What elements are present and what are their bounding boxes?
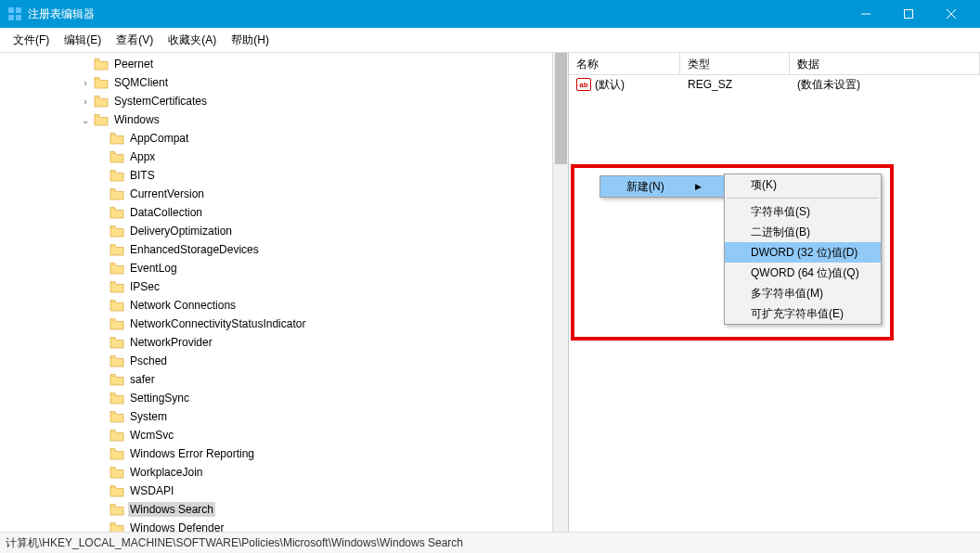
tree-item-label: DataCollection (128, 205, 204, 220)
ctx-separator (727, 198, 879, 199)
ctx-new-key[interactable]: 项(K) (725, 174, 881, 195)
tree-item[interactable]: Network Connections (0, 296, 568, 315)
folder-icon (110, 521, 124, 532)
expander-icon[interactable]: › (79, 96, 92, 107)
menu-help[interactable]: 帮助(H) (224, 29, 277, 52)
folder-icon (110, 225, 124, 238)
col-data[interactable]: 数据 (790, 53, 980, 74)
tree-item-label: IPSec (128, 279, 161, 294)
menu-edit[interactable]: 编辑(E) (57, 29, 109, 52)
tree-item-label: EventLog (128, 261, 179, 276)
expander-icon[interactable]: › (79, 78, 92, 88)
tree-item[interactable]: EnhancedStorageDevices (0, 240, 568, 259)
tree-item[interactable]: WcmSvc (0, 426, 568, 444)
maximize-button[interactable] (887, 0, 930, 28)
tree-scrollbar[interactable] (552, 53, 568, 532)
tree-item[interactable]: Peernet (0, 55, 568, 73)
tree-item[interactable]: ⌄Windows (0, 110, 568, 129)
col-type[interactable]: 类型 (680, 53, 790, 74)
tree-item[interactable]: ›SQMClient (0, 73, 568, 92)
tree-item-label: NetworkConnectivityStatusIndicator (128, 316, 307, 331)
tree-item-label: SettingSync (128, 391, 191, 405)
folder-icon (110, 373, 124, 386)
svg-rect-2 (8, 15, 14, 20)
tree-item-label: safer (128, 372, 157, 387)
ctx-new[interactable]: 新建(N) ▶ (600, 176, 724, 197)
folder-icon (110, 299, 124, 312)
value-type: REG_SZ (680, 78, 790, 91)
tree-item[interactable]: Windows Error Reporting (0, 444, 568, 463)
svg-rect-3 (16, 15, 21, 20)
tree-item-label: WSDAPI (128, 483, 175, 498)
tree-item-label: WorkplaceJoin (128, 465, 204, 480)
tree-item[interactable]: Windows Defender (0, 519, 568, 532)
tree-item[interactable]: Psched (0, 352, 568, 370)
menu-view[interactable]: 查看(V) (109, 29, 161, 52)
ctx-new-binary[interactable]: 二进制值(B) (725, 222, 881, 242)
ctx-new-multi[interactable]: 多字符串值(M) (725, 283, 881, 303)
tree-item[interactable]: safer (0, 370, 568, 389)
tree-item[interactable]: CurrentVersion (0, 185, 568, 203)
tree-item[interactable]: WSDAPI (0, 482, 568, 500)
svg-rect-0 (8, 7, 14, 13)
tree-item-label: BITS (128, 168, 157, 183)
tree-panel: Peernet›SQMClient›SystemCertificates⌄Win… (0, 53, 569, 532)
col-name[interactable]: 名称 (569, 53, 680, 74)
close-button[interactable] (930, 0, 973, 28)
scroll-thumb[interactable] (555, 53, 567, 164)
ctx-new-dword[interactable]: DWORD (32 位)值(D) (725, 242, 881, 263)
folder-icon (110, 187, 124, 200)
tree-item[interactable]: System (0, 407, 568, 426)
folder-icon (110, 317, 124, 330)
tree-item[interactable]: BITS (0, 166, 568, 185)
menu-bar: 文件(F) 编辑(E) 查看(V) 收藏夹(A) 帮助(H) (0, 28, 980, 53)
tree-item[interactable]: DeliveryOptimization (0, 222, 568, 240)
tree-item[interactable]: Appx (0, 148, 568, 166)
context-menu-main[interactable]: 新建(N) ▶ (600, 175, 725, 198)
tree-item-label: System (128, 409, 169, 424)
svg-rect-5 (905, 10, 913, 19)
expander-icon[interactable]: ⌄ (79, 115, 92, 125)
folder-icon (110, 262, 124, 275)
status-bar: 计算机\HKEY_LOCAL_MACHINE\SOFTWARE\Policies… (0, 532, 980, 553)
folder-icon (110, 466, 124, 479)
registry-tree[interactable]: Peernet›SQMClient›SystemCertificates⌄Win… (0, 53, 568, 532)
list-header: 名称 类型 数据 (569, 53, 980, 75)
ctx-new-string[interactable]: 字符串值(S) (725, 201, 881, 222)
value-name: (默认) (595, 77, 625, 93)
folder-icon (110, 169, 124, 182)
tree-item[interactable]: SettingSync (0, 389, 568, 407)
folder-icon (110, 354, 124, 367)
tree-item[interactable]: AppCompat (0, 129, 568, 148)
window-title: 注册表编辑器 (28, 6, 95, 22)
folder-icon (110, 503, 124, 516)
folder-icon (110, 132, 124, 145)
status-path: 计算机\HKEY_LOCAL_MACHINE\SOFTWARE\Policies… (6, 535, 463, 551)
menu-favorites[interactable]: 收藏夹(A) (161, 29, 224, 52)
tree-item[interactable]: NetworkConnectivityStatusIndicator (0, 315, 568, 333)
title-bar: 注册表编辑器 (0, 0, 980, 28)
context-menu-new-sub[interactable]: 项(K) 字符串值(S) 二进制值(B) DWORD (32 位)值(D) QW… (724, 174, 882, 325)
tree-item[interactable]: NetworkProvider (0, 333, 568, 352)
ctx-new-qword[interactable]: QWORD (64 位)值(Q) (725, 263, 881, 283)
tree-item-label: Windows (112, 112, 161, 127)
folder-icon (110, 429, 124, 442)
ctx-new-expand[interactable]: 可扩充字符串值(E) (725, 303, 881, 324)
folder-icon (94, 95, 109, 108)
tree-item[interactable]: ›SystemCertificates (0, 92, 568, 110)
folder-icon (94, 76, 109, 89)
minimize-button[interactable] (845, 0, 887, 28)
tree-item[interactable]: IPSec (0, 277, 568, 296)
list-row[interactable]: ab (默认) REG_SZ (数值未设置) (569, 75, 980, 94)
tree-item-label: Psched (128, 354, 169, 368)
menu-file[interactable]: 文件(F) (6, 29, 57, 52)
tree-item-label: SystemCertificates (112, 94, 209, 109)
folder-icon (110, 410, 124, 423)
tree-item-label: Network Connections (128, 298, 238, 313)
tree-item[interactable]: WorkplaceJoin (0, 463, 568, 482)
regsz-icon: ab (576, 78, 591, 91)
tree-item[interactable]: DataCollection (0, 203, 568, 222)
tree-item[interactable]: Windows Search (0, 500, 568, 519)
tree-item[interactable]: EventLog (0, 259, 568, 277)
tree-item-label: Peernet (112, 57, 155, 71)
